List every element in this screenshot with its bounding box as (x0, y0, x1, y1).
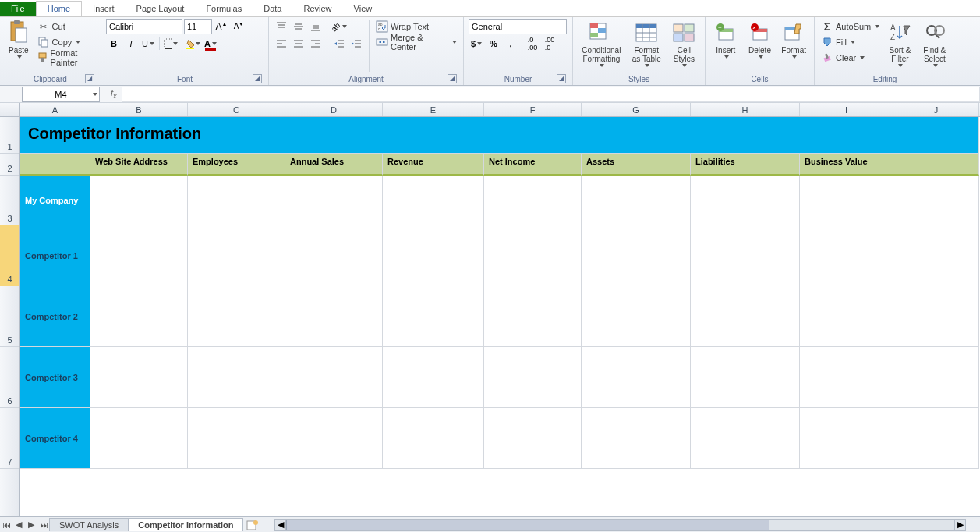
sheet-nav-first[interactable]: ⏮ (0, 519, 12, 531)
sheet-nav-last[interactable]: ⏭ (37, 519, 50, 531)
company-competitor-1[interactable]: Competitor 1 (20, 225, 90, 286)
dialog-launcher-clipboard[interactable]: ◢ (85, 74, 94, 83)
cell-E7[interactable] (383, 408, 484, 469)
cell-G4[interactable] (582, 225, 691, 286)
accounting-format-button[interactable]: $ (469, 36, 484, 51)
tab-view[interactable]: View (343, 2, 384, 16)
column-header-G[interactable]: G (582, 103, 691, 116)
cell-J3[interactable] (893, 176, 979, 225)
tab-page-layout[interactable]: Page Layout (126, 2, 196, 16)
dialog-launcher-alignment[interactable]: ◢ (448, 74, 457, 83)
header-assets[interactable]: Assets (582, 154, 691, 176)
cell-C3[interactable] (188, 176, 285, 225)
row-header-3[interactable]: 3 (0, 176, 19, 225)
cell-E5[interactable] (383, 286, 484, 347)
cell-C6[interactable] (188, 347, 285, 408)
cell-I4[interactable] (800, 225, 893, 286)
format-cells-button[interactable]: Format (778, 19, 809, 59)
cell-C4[interactable] (188, 225, 285, 286)
header-blank[interactable] (20, 154, 90, 176)
comma-button[interactable]: , (503, 36, 518, 51)
decrease-decimal-button[interactable]: .00.0 (542, 36, 557, 51)
fill-color-button[interactable] (186, 36, 201, 51)
cell-F7[interactable] (484, 408, 582, 469)
cell-E3[interactable] (383, 176, 484, 225)
header-business-value[interactable]: Business Value (800, 154, 893, 176)
increase-indent-button[interactable] (348, 36, 364, 51)
header-net-income[interactable]: Net Income (484, 154, 582, 176)
sheet-nav-next[interactable]: ▶ (25, 519, 37, 531)
align-middle-button[interactable] (291, 19, 306, 34)
tab-home[interactable]: Home (36, 1, 82, 16)
font-size-select[interactable] (184, 19, 212, 34)
formula-input[interactable] (122, 87, 980, 102)
cut-button[interactable]: ✂Cut (36, 19, 96, 34)
row-header-1[interactable]: 1 (0, 117, 19, 154)
cell-I6[interactable] (800, 347, 893, 408)
cell-E6[interactable] (383, 347, 484, 408)
header-revenue[interactable]: Revenue (383, 154, 484, 176)
row-header-4[interactable]: 4 (0, 225, 19, 286)
sheet-nav-prev[interactable]: ◀ (12, 519, 25, 531)
cell-F4[interactable] (484, 225, 582, 286)
new-sheet-button[interactable] (246, 519, 259, 531)
copy-button[interactable]: Copy (36, 34, 96, 50)
tab-data[interactable]: Data (253, 2, 292, 16)
cell-D3[interactable] (285, 176, 383, 225)
fx-icon[interactable]: fx (106, 88, 122, 100)
cell-G3[interactable] (582, 176, 691, 225)
header-web-site-address[interactable]: Web Site Address (90, 154, 188, 176)
cell-H7[interactable] (691, 408, 800, 469)
header-employees[interactable]: Employees (188, 154, 285, 176)
column-header-E[interactable]: E (383, 103, 484, 116)
clear-button[interactable]: Clear (819, 50, 881, 66)
cell-I7[interactable] (800, 408, 893, 469)
bold-button[interactable]: B (106, 36, 122, 51)
row-header-5[interactable]: 5 (0, 286, 19, 347)
merge-center-button[interactable]: Merge & Center (374, 34, 458, 50)
increase-decimal-button[interactable]: .0.00 (525, 36, 540, 51)
cell-J4[interactable] (893, 225, 979, 286)
grow-font-button[interactable]: A▲ (214, 19, 229, 34)
column-header-H[interactable]: H (691, 103, 800, 116)
tab-formulas[interactable]: Formulas (195, 2, 253, 16)
align-bottom-button[interactable] (308, 19, 324, 34)
cell-D7[interactable] (285, 408, 383, 469)
find-select-button[interactable]: Find &Select (919, 19, 950, 67)
cell-F5[interactable] (484, 286, 582, 347)
sort-filter-button[interactable]: AZSort &Filter (884, 19, 915, 67)
header-col-j[interactable] (893, 154, 979, 176)
shrink-font-button[interactable]: A▼ (231, 19, 246, 34)
cell-I3[interactable] (800, 176, 893, 225)
cell-H4[interactable] (691, 225, 800, 286)
tab-review[interactable]: Review (292, 2, 342, 16)
sheet-tab-swot[interactable]: SWOT Analysis (49, 518, 129, 531)
cell-E4[interactable] (383, 225, 484, 286)
cell-D5[interactable] (285, 286, 383, 347)
cell-J6[interactable] (893, 347, 979, 408)
orientation-button[interactable]: ab (331, 19, 347, 34)
cell-B6[interactable] (90, 347, 188, 408)
column-header-C[interactable]: C (188, 103, 285, 116)
column-header-J[interactable]: J (893, 103, 979, 116)
row-header-6[interactable]: 6 (0, 347, 19, 408)
title-cell[interactable]: Competitor Information (20, 117, 979, 154)
number-format-select[interactable] (469, 19, 567, 34)
decrease-indent-button[interactable] (331, 36, 347, 51)
header-liabilities[interactable]: Liabilities (691, 154, 800, 176)
company-competitor-4[interactable]: Competitor 4 (20, 408, 90, 469)
cell-H3[interactable] (691, 176, 800, 225)
wrap-text-button[interactable]: abcWrap Text (374, 19, 458, 34)
align-center-button[interactable] (291, 36, 306, 51)
company-my-company[interactable]: My Company (20, 176, 90, 225)
border-button[interactable] (163, 36, 179, 51)
cell-F6[interactable] (484, 347, 582, 408)
column-header-B[interactable]: B (90, 103, 188, 116)
header-annual-sales[interactable]: Annual Sales (285, 154, 383, 176)
align-top-button[interactable] (274, 19, 289, 34)
insert-cells-button[interactable]: +Insert (710, 19, 741, 59)
cell-B7[interactable] (90, 408, 188, 469)
cell-J5[interactable] (893, 286, 979, 347)
cell-H6[interactable] (691, 347, 800, 408)
percent-button[interactable]: % (486, 36, 501, 51)
